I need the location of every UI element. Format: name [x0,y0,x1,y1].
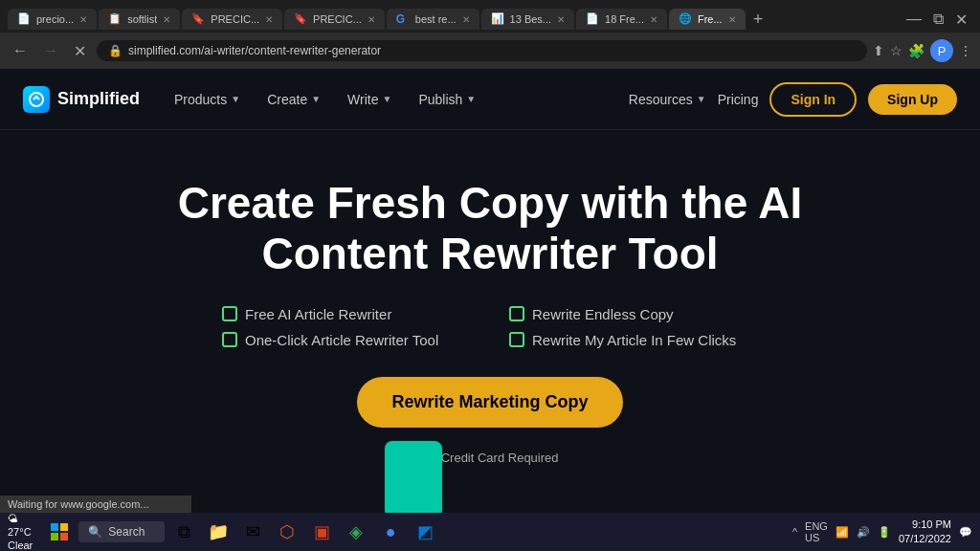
taskbar-app-1[interactable]: ⬡ [272,517,302,547]
nav-products[interactable]: Products ▼ [163,86,252,113]
tab-5[interactable]: G best re... ✕ [387,9,479,30]
products-chevron-icon: ▼ [231,94,240,104]
svg-rect-3 [51,533,58,540]
weather-icon: 🌤 [8,512,33,525]
restore-button[interactable]: ⧉ [928,9,948,30]
lock-icon: 🔒 [108,44,122,57]
toolbar-icons: ⬆ ☆ 🧩 P ⋮ [873,39,972,62]
tab-close-3[interactable]: ✕ [265,14,273,25]
taskbar-locale: ENGUS [805,520,828,543]
feature-checkbox-4 [509,332,524,347]
share-icon[interactable]: ⬆ [873,43,884,58]
feature-item-4: Rewrite My Article In Few Clicks [509,332,758,348]
tab-4[interactable]: 🔖 PRECIC... ✕ [284,9,385,30]
tab-favicon-7: 📄 [586,12,599,26]
logo-text: Simplified [57,89,140,109]
signup-button[interactable]: Sign Up [868,84,957,115]
tab-close-2[interactable]: ✕ [163,14,170,25]
nav-publish[interactable]: Publish ▼ [407,86,487,113]
tab-favicon-6: 📊 [491,12,504,26]
signin-button[interactable]: Sign In [769,82,857,117]
tab-favicon-3: 🔖 [191,12,205,26]
tab-7[interactable]: 📄 18 Fre... ✕ [576,9,667,30]
more-options-icon[interactable]: ⋮ [959,43,972,58]
extension-puzzle-icon[interactable]: 🧩 [908,43,924,58]
forward-button[interactable]: → [38,40,63,61]
feature-label-2: Rewrite Endless Copy [532,306,674,322]
site-logo[interactable]: Simplified [23,86,140,113]
nav-resources[interactable]: Resources ▼ [629,92,706,107]
write-chevron-icon: ▼ [383,94,392,104]
tab-close-4[interactable]: ✕ [368,14,375,25]
search-icon: 🔍 [88,525,102,539]
tab-bar: 📄 precio... ✕ 📋 softlist ✕ 🔖 PRECIC... ✕… [0,0,980,33]
url-text: simplified.com/ai-writer/content-rewrite… [128,44,381,57]
weather-temp: 27°C [8,525,33,539]
hero-section: Create Fresh Copy with the AI Content Re… [0,130,980,494]
taskbar-file-explorer[interactable]: 📁 [203,517,234,547]
taskbar-chrome[interactable]: ● [375,517,406,547]
taskbar-app-4[interactable]: ◩ [410,517,440,547]
tab-6[interactable]: 📊 13 Bes... ✕ [481,9,574,30]
tab-favicon-active: 🌐 [679,12,692,26]
tab-close-active[interactable]: ✕ [728,14,736,25]
nav-write[interactable]: Write ▼ [336,86,403,113]
reload-button[interactable]: ✕ [69,40,91,62]
feature-label-3: One-Click Article Rewriter Tool [245,332,438,348]
nav-right: Resources ▼ Pricing Sign In Sign Up [629,82,957,117]
notification-icon: 💬 [959,526,972,539]
feature-checkbox-3 [222,332,237,347]
back-button[interactable]: ← [8,40,33,61]
tab-label-5: best re... [415,13,457,25]
taskbar-app-2[interactable]: ▣ [306,517,337,547]
time-display: 9:10 PM [899,518,951,532]
status-bar: Waiting for www.google.com... [0,496,191,513]
tab-favicon-5: G [396,12,410,26]
logo-icon [23,86,50,113]
address-bar[interactable]: 🔒 simplified.com/ai-writer/content-rewri… [97,40,867,61]
tab-label-2: softlist [127,13,157,25]
feature-label-4: Rewrite My Article In Few Clicks [532,332,736,348]
nav-create[interactable]: Create ▼ [256,86,332,113]
tab-close-1[interactable]: ✕ [79,14,87,25]
browser-chrome: 📄 precio... ✕ 📋 softlist ✕ 🔖 PRECIC... ✕… [0,0,980,69]
taskbar-app-3[interactable]: ◈ [341,517,371,547]
tab-label-6: 13 Bes... [510,13,551,25]
feature-item-2: Rewrite Endless Copy [509,306,758,322]
tab-2[interactable]: 📋 softlist ✕ [99,9,180,30]
taskbar: 🌤 27°C Clear 🔍 Search ⧉ 📁 ✉ ⬡ ▣ ◈ ● ◩ ^ … [0,513,980,551]
svg-point-0 [30,93,43,106]
tab-1[interactable]: 📄 precio... ✕ [8,9,97,30]
taskbar-right: ^ ENGUS 📶 🔊 🔋 9:10 PM 07/12/2022 💬 [792,518,972,547]
close-button[interactable]: ✕ [950,9,972,31]
status-text: Waiting for www.google.com... [8,498,149,510]
nav-pricing[interactable]: Pricing [718,92,759,107]
feature-checkbox-1 [222,306,237,321]
tab-close-5[interactable]: ✕ [462,14,470,25]
minimize-button[interactable]: — [902,9,926,30]
create-chevron-icon: ▼ [311,94,321,104]
start-button[interactable] [44,517,75,547]
volume-icon: 🔊 [857,526,870,539]
taskbar-chevron-icon: ^ [792,526,797,538]
feature-label-1: Free AI Article Rewriter [245,306,391,322]
taskbar-task-view[interactable]: ⧉ [168,517,199,547]
features-grid: Free AI Article Rewriter Rewrite Endless… [222,306,758,348]
profile-circle-icon[interactable]: P [930,39,953,62]
feature-item-3: One-Click Article Rewriter Tool [222,332,471,348]
new-tab-button[interactable]: + [747,10,769,30]
taskbar-mail[interactable]: ✉ [237,517,268,547]
tab-close-6[interactable]: ✕ [557,14,565,25]
tab-active[interactable]: 🌐 Fre... ✕ [669,9,746,30]
tab-close-7[interactable]: ✕ [650,14,657,25]
bookmark-star-icon[interactable]: ☆ [890,43,902,58]
green-decorative-shape [385,441,442,513]
feature-item-1: Free AI Article Rewriter [222,306,471,322]
nav-items: Products ▼ Create ▼ Write ▼ Publish ▼ [163,86,487,113]
tab-3[interactable]: 🔖 PRECIC... ✕ [182,9,282,30]
cta-button[interactable]: Rewrite Marketing Copy [357,377,622,428]
feature-checkbox-2 [509,306,524,321]
tab-label-active: Fre... [698,13,723,25]
wifi-icon: 📶 [835,526,849,539]
taskbar-search[interactable]: 🔍 Search [78,521,165,542]
